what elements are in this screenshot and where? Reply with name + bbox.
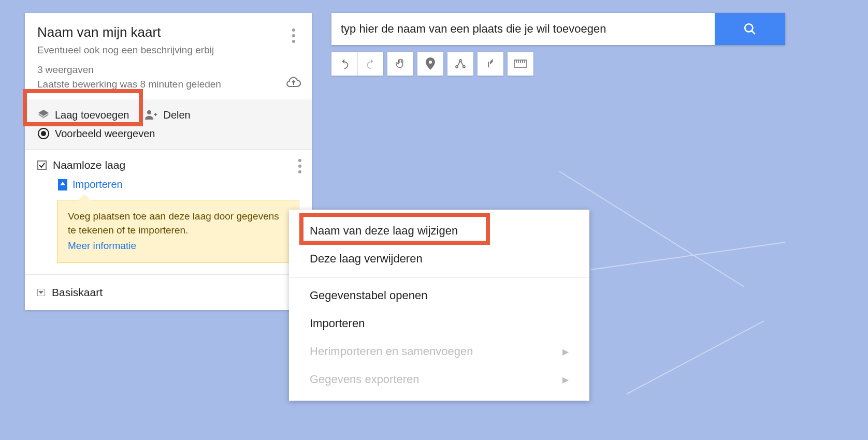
map-toolbar xyxy=(331,52,533,76)
svg-point-4 xyxy=(745,24,753,32)
line-tool[interactable] xyxy=(447,52,473,76)
undo-button[interactable] xyxy=(331,52,357,76)
more-vert-icon xyxy=(298,159,301,173)
search-input[interactable] xyxy=(331,13,715,45)
more-vert-icon xyxy=(292,28,295,43)
hand-icon xyxy=(395,58,406,69)
ctx-reimport-label: Herimporteren en samenvoegen xyxy=(310,345,473,358)
share-button[interactable]: Delen xyxy=(144,109,190,121)
ctx-export-label: Gegevens exporteren xyxy=(310,373,419,386)
undo-icon xyxy=(339,58,350,69)
svg-line-5 xyxy=(751,31,755,34)
layers-icon xyxy=(37,109,50,121)
add-layer-label: Laag toevoegen xyxy=(55,109,129,121)
map-title[interactable]: Naam van mijn kaart xyxy=(37,24,299,40)
layer-header[interactable]: Naamloze laag xyxy=(37,159,299,171)
svg-point-1 xyxy=(147,110,151,114)
ctx-separator xyxy=(289,277,589,277)
submenu-arrow-icon: ▶ xyxy=(562,375,569,385)
layer-section: Naamloze laag Importeren Voeg plaatsen t… xyxy=(25,149,312,274)
search-button[interactable] xyxy=(715,13,785,45)
directions-icon xyxy=(485,58,496,69)
dropdown-icon xyxy=(37,289,45,296)
polyline-icon xyxy=(454,57,467,70)
layer-overflow-button[interactable] xyxy=(298,159,301,173)
import-label: Importeren xyxy=(73,179,123,190)
redo-button[interactable] xyxy=(357,52,383,76)
person-add-icon xyxy=(144,109,158,121)
add-layer-button[interactable]: Laag toevoegen xyxy=(37,109,129,121)
ctx-rename-label: Naam van deze laag wijzigen xyxy=(310,224,458,238)
last-edit: Laatste bewerking was 8 minuten geleden xyxy=(37,79,299,90)
marker-tool[interactable] xyxy=(417,52,443,76)
pan-tool[interactable] xyxy=(387,52,413,76)
ctx-delete-label: Deze laag verwijderen xyxy=(310,252,423,266)
measure-tool[interactable] xyxy=(508,52,533,76)
submenu-arrow-icon: ▶ xyxy=(562,347,569,357)
ctx-reimport: Herimporteren en samenvoegen ▶ xyxy=(289,338,589,365)
views-count: 3 weergaven xyxy=(37,64,299,76)
svg-line-9 xyxy=(457,62,460,66)
svg-point-7 xyxy=(459,60,461,62)
cloud-sync-icon[interactable] xyxy=(286,77,301,90)
ctx-open-table[interactable]: Gegevenstabel openen xyxy=(289,282,589,310)
ctx-import-label: Importeren xyxy=(310,317,365,330)
marker-icon xyxy=(426,57,435,70)
layer-visibility-checkbox[interactable] xyxy=(37,160,47,170)
layer-name: Naamloze laag xyxy=(53,159,125,171)
layer-tip: Voeg plaatsen toe aan deze laag door geg… xyxy=(57,200,299,263)
redo-icon xyxy=(365,58,377,69)
import-link[interactable]: Importeren xyxy=(58,179,299,190)
ctx-export: Gegevens exporteren ▶ xyxy=(289,365,589,393)
directions-tool[interactable] xyxy=(478,52,503,76)
ctx-delete-layer[interactable]: Deze laag verwijderen xyxy=(289,245,589,273)
map-description[interactable]: Eventueel ook nog een beschrijving erbij xyxy=(37,45,299,56)
panel-header: Naam van mijn kaart Eventueel ook nog ee… xyxy=(25,13,312,99)
import-file-icon xyxy=(58,179,67,190)
search-bar xyxy=(331,13,785,45)
eye-icon xyxy=(37,127,50,140)
preview-label: Voorbeeld weergeven xyxy=(55,128,155,140)
ruler-icon xyxy=(514,60,527,68)
basemap-section[interactable]: Basiskaart xyxy=(25,274,312,310)
tip-more-link[interactable]: Meer informatie xyxy=(68,239,136,253)
side-panel: Naam van mijn kaart Eventueel ook nog ee… xyxy=(25,13,312,310)
search-icon xyxy=(743,22,757,36)
ctx-rename-layer[interactable]: Naam van deze laag wijzigen xyxy=(289,217,589,245)
layer-context-menu: Naam van deze laag wijzigen Deze laag ve… xyxy=(289,210,589,401)
ctx-import[interactable]: Importeren xyxy=(289,310,589,338)
share-label: Delen xyxy=(163,109,190,121)
basemap-label: Basiskaart xyxy=(52,286,103,299)
actions-bar: Laag toevoegen Delen Voorbeeld weergeven xyxy=(25,99,312,149)
preview-button[interactable]: Voorbeeld weergeven xyxy=(37,127,299,140)
tip-text: Voeg plaatsen toe aan deze laag door geg… xyxy=(68,211,279,236)
svg-point-3 xyxy=(41,131,46,136)
ctx-open-table-label: Gegevenstabel openen xyxy=(310,289,428,302)
map-overflow-button[interactable] xyxy=(286,25,301,46)
svg-line-10 xyxy=(461,62,464,66)
